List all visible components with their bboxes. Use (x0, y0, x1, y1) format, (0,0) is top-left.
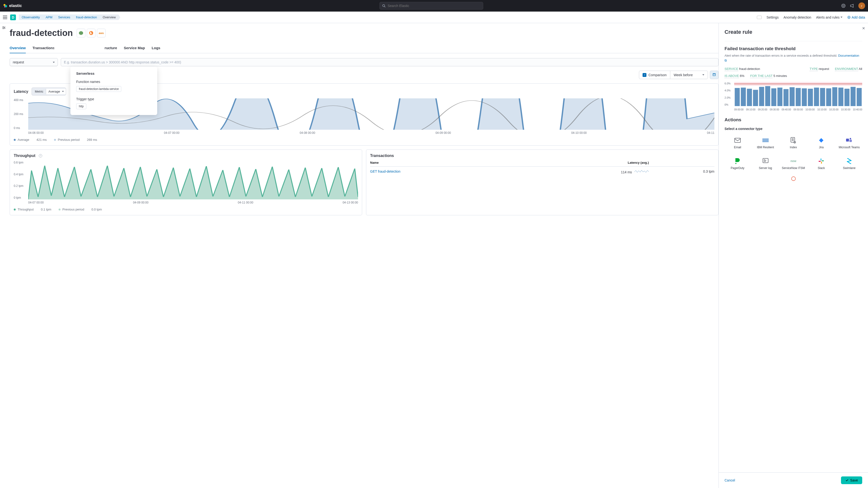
kql-input[interactable]: E.g. transaction.duration.us > 300000 AN… (61, 58, 718, 66)
date-picker[interactable] (710, 71, 718, 79)
pagerduty-icon (735, 158, 740, 164)
trigger-tag[interactable]: http (76, 103, 86, 109)
node-badge[interactable] (77, 29, 85, 37)
serverlog-icon (763, 158, 768, 164)
svg-rect-37 (763, 142, 769, 142)
comparison-toggle[interactable]: Comparison (639, 71, 670, 79)
lambda-badge[interactable] (87, 29, 95, 37)
node-icon (79, 31, 84, 35)
cancel-button[interactable]: Cancel (724, 478, 735, 482)
logo[interactable]: elastic (3, 3, 22, 8)
svg-rect-42 (849, 140, 852, 142)
lambda-icon (89, 31, 94, 35)
transaction-row: GET fraud-detection 114 ms 0.3 tpm (370, 166, 714, 177)
trigger-type-label: Trigger type (76, 97, 151, 101)
connector-email[interactable]: Email (724, 134, 751, 151)
connector-swimlane[interactable]: Swimlane (836, 155, 862, 172)
transaction-latency: 114 ms (534, 170, 649, 174)
rule-expression: SERVICE fraud-detection TYPE request ENV… (724, 67, 862, 71)
crumb-current: Overview (100, 14, 119, 20)
aws-badge[interactable]: aws (97, 29, 105, 37)
user-avatar[interactable]: r (858, 2, 865, 9)
connector-teams[interactable]: Microsoft Teams (836, 134, 862, 151)
connector-servicenow[interactable]: nowServiceNow ITSM (780, 155, 807, 172)
tabs: Overview Transactions Dependencies Error… (10, 43, 718, 53)
nav-alerts[interactable]: Alerts and rules (816, 16, 842, 19)
col-latency[interactable]: Latency (avg.) (534, 161, 649, 164)
transaction-link[interactable]: GET fraud-detection (370, 170, 534, 174)
tab-servicemap[interactable]: Service Map (124, 43, 145, 53)
svg-rect-24 (808, 89, 813, 106)
nav-add-data[interactable]: Add data (847, 16, 865, 19)
connector-grid: Email IBM Resilient Index Jira Microsoft… (724, 134, 862, 172)
metric-select[interactable]: Metric Average (32, 88, 66, 95)
connector-slack[interactable]: Slack (808, 155, 834, 172)
transaction-type-select[interactable]: request (10, 58, 58, 66)
tab-logs[interactable]: Logs (152, 43, 160, 53)
more-icon (791, 176, 796, 181)
comparison-group: Comparison Week before (639, 71, 708, 79)
connector-ibm[interactable]: IBM Resilient (752, 134, 779, 151)
svg-point-2 (4, 6, 5, 7)
throughput-panel: Throughput ? 0.6 tpm0.4 tpm0.2 tpm0 tpm … (10, 150, 362, 215)
chevron-down-icon (702, 74, 704, 75)
svg-point-48 (791, 177, 796, 181)
svg-rect-21 (789, 87, 795, 106)
expr-type[interactable]: TYPE (810, 67, 818, 71)
tab-transactions[interactable]: Transactions (33, 43, 54, 53)
news-icon[interactable] (850, 3, 855, 8)
close-icon[interactable]: ✕ (862, 26, 865, 31)
col-name[interactable]: Name (370, 161, 534, 164)
throughput-title: Throughput (14, 154, 35, 158)
expr-env[interactable]: ENVIRONMENT (835, 67, 858, 71)
transactions-title: Transactions (370, 154, 394, 158)
crumb-service[interactable]: fraud-detection (73, 14, 100, 20)
expr-above[interactable]: IS ABOVE (724, 74, 739, 78)
svg-point-3 (383, 5, 385, 7)
tab-infrastructure[interactable]: Infrastructure (94, 43, 117, 53)
sidebar-toggle[interactable] (0, 23, 8, 488)
crumb-services[interactable]: Services (55, 14, 73, 20)
crumb-observability[interactable]: Observability (19, 14, 43, 20)
help-icon[interactable] (841, 3, 846, 8)
connector-pagerduty[interactable]: PagerDuty (724, 155, 751, 172)
search-icon (382, 4, 385, 7)
info-icon[interactable]: ? (39, 154, 42, 157)
connector-jira[interactable]: Jira (808, 134, 834, 151)
svg-point-4 (842, 4, 845, 8)
search-input[interactable] (388, 4, 480, 8)
serverless-popover: Serverless Function names fraud-detectio… (70, 66, 157, 115)
svg-rect-28 (832, 87, 837, 106)
sparkline (634, 170, 649, 173)
nav-anomaly[interactable]: Anomaly detection (783, 16, 811, 19)
global-search[interactable] (379, 2, 483, 10)
svg-rect-18 (771, 88, 776, 106)
svg-rect-15 (753, 90, 758, 106)
inspect-icon[interactable] (757, 16, 762, 19)
expr-service[interactable]: SERVICE (724, 67, 738, 71)
svg-rect-34 (763, 139, 769, 139)
rule-description: Alert when the rate of transaction error… (724, 53, 862, 63)
svg-rect-33 (735, 138, 740, 143)
svg-rect-35 (763, 140, 769, 140)
comparison-period-select[interactable]: Week before (670, 71, 708, 79)
crumb-apm[interactable]: APM (43, 14, 55, 20)
tab-overview[interactable]: Overview (10, 43, 26, 53)
expr-for[interactable]: FOR THE LAST (750, 74, 773, 78)
svg-rect-9 (713, 73, 716, 76)
space-badge[interactable]: D (10, 14, 16, 20)
connector-serverlog[interactable]: Server log (752, 155, 779, 172)
nav-settings[interactable]: Settings (767, 16, 779, 19)
checkbox-icon (643, 73, 646, 77)
function-tag[interactable]: fraud-detection-lambda-service (76, 86, 121, 92)
actions-title: Actions (724, 117, 862, 122)
svg-rect-36 (763, 141, 769, 141)
chevron-down-icon (840, 17, 842, 18)
svg-rect-44 (820, 158, 822, 160)
connector-index[interactable]: Index (780, 134, 807, 151)
save-button[interactable]: Save (841, 477, 862, 484)
jira-icon (818, 138, 824, 143)
connector-label: Select a connector type (724, 127, 862, 131)
menu-toggle[interactable] (3, 16, 7, 19)
calendar-icon (712, 73, 716, 76)
